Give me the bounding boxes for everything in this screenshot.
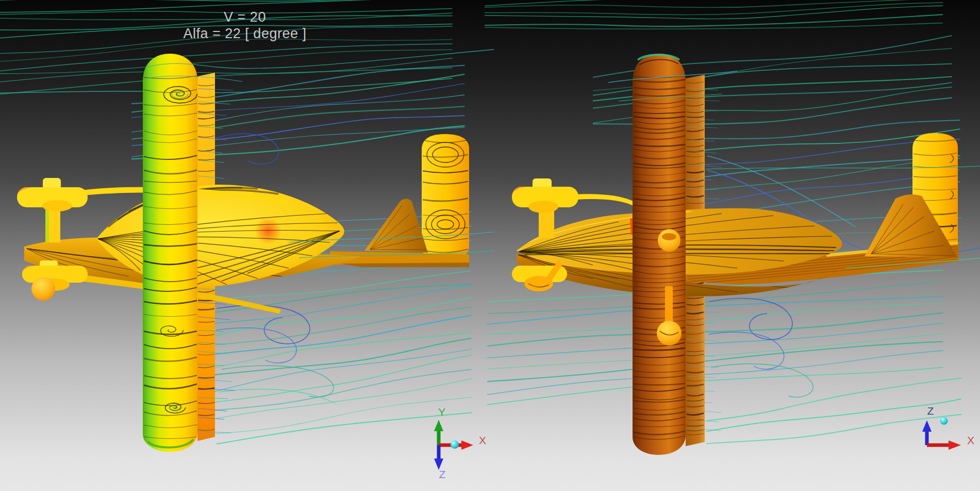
cfd-application-window: V = 20 Alfa = 22 [ degree ] Y X Z Z X (0, 0, 980, 491)
cfd-render-canvas: V = 20 Alfa = 22 [ degree ] Y X Z Z X (0, 0, 980, 491)
tail-rotor-cylinder-left (422, 134, 469, 260)
under-fuselage-ball-right (657, 321, 682, 346)
nose-wheel-ball-left (31, 277, 55, 301)
alpha-label: Alfa = 22 [ degree ] (184, 26, 307, 41)
z-axis-label: Z (927, 405, 934, 417)
velocity-label: V = 20 (224, 9, 266, 25)
x-axis-label: X (967, 434, 974, 446)
rotor-hub-crater-right (662, 233, 676, 240)
triad-origin-ball (451, 440, 459, 449)
triad-origin-ball (940, 417, 948, 425)
upper-pylon-right (539, 210, 554, 238)
x-axis-label: X (479, 434, 486, 446)
upper-spinner-disc-left (42, 200, 72, 211)
main-rotor-cylinder-left (143, 54, 197, 452)
under-fuselage-rod-right (665, 286, 673, 326)
upper-spinner-disc-right (528, 201, 558, 213)
hot-pressure-spot-left (255, 218, 281, 244)
z-axis-label: Z (439, 468, 446, 480)
y-axis-label: Y (438, 406, 445, 418)
